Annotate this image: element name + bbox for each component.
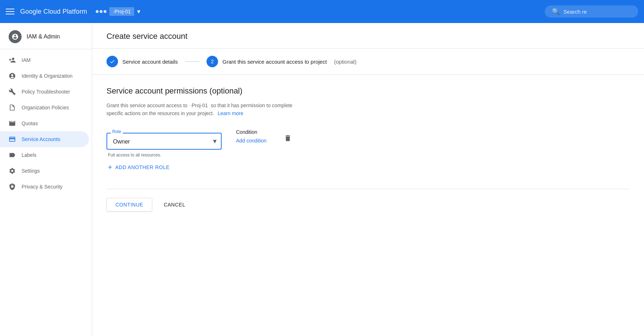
condition-title: Condition [236, 129, 267, 135]
add-another-role-label: ADD ANOTHER ROLE [115, 164, 169, 170]
project-selector[interactable]: ·Proj-01 ▾ [96, 7, 140, 16]
policy-troubleshooter-icon [9, 88, 16, 95]
continue-button[interactable]: CONTINUE [106, 198, 152, 212]
section-title: Service account permissions (optional) [106, 86, 630, 96]
layout: IAM & Admin IAM Identity & Organization … [0, 23, 644, 336]
step-divider [185, 61, 199, 62]
search-bar[interactable]: 🔍 Search re [545, 5, 638, 18]
hamburger-menu[interactable] [6, 9, 14, 14]
sidebar-item-quotas[interactable]: Quotas [0, 115, 89, 131]
delete-role-button[interactable] [281, 131, 295, 147]
sidebar-item-organization-policies[interactable]: Organization Policies [0, 100, 89, 115]
labels-icon [9, 151, 16, 159]
sidebar-item-identity-organization[interactable]: Identity & Organization [0, 68, 89, 84]
add-role-plus-icon: + [108, 163, 112, 172]
search-placeholder: Search re [563, 9, 587, 15]
role-select[interactable]: Owner Editor Viewer [107, 133, 221, 149]
desc-part2: so that it has permission to complete [211, 103, 292, 108]
sidebar: IAM & Admin IAM Identity & Organization … [0, 23, 92, 336]
sidebar-nav: IAM Identity & Organization Policy Troub… [0, 49, 92, 197]
role-row: Role Owner Editor Viewer ▾ Full access t… [106, 126, 630, 158]
sidebar-label-labels: Labels [22, 152, 36, 158]
step2-circle: 2 [207, 56, 218, 67]
stepper: Service account details 2 Grant this ser… [92, 49, 644, 75]
delete-icon [284, 134, 292, 142]
sidebar-label-quotas: Quotas [22, 121, 38, 126]
project-name: ·Proj-01 [109, 7, 134, 16]
privacy-security-icon [9, 183, 16, 190]
content-area: Service account permissions (optional) G… [92, 75, 644, 223]
sidebar-item-labels[interactable]: Labels [0, 147, 89, 163]
section-description: Grant this service account access to ·Pr… [106, 101, 351, 118]
sidebar-label-settings: Settings [22, 168, 40, 174]
sidebar-item-policy-troubleshooter[interactable]: Policy Troubleshooter [0, 84, 89, 100]
desc-part1: Grant this service account access to [106, 103, 187, 108]
search-icon: 🔍 [552, 8, 560, 15]
sidebar-label-iam: IAM [22, 57, 31, 63]
step2-number: 2 [211, 59, 214, 64]
sidebar-label-org-policies: Organization Policies [22, 105, 69, 110]
action-buttons: CONTINUE CANCEL [106, 189, 630, 212]
page-title-bar: Create service account [92, 23, 644, 49]
desc-part3: specific actions on the resources in you… [106, 110, 214, 116]
desc-project: ·Proj-01 [190, 103, 208, 108]
quotas-icon [9, 120, 16, 127]
project-chevron-icon: ▾ [137, 8, 140, 15]
add-condition-link[interactable]: Add condition [236, 138, 267, 144]
sidebar-label-policy-troubleshooter: Policy Troubleshooter [22, 89, 70, 95]
app-logo: Google Cloud Platform [20, 8, 87, 15]
sidebar-label-privacy-security: Privacy & Security [22, 184, 63, 190]
iam-icon [9, 56, 16, 64]
role-select-wrapper: Owner Editor Viewer ▾ [106, 133, 222, 150]
identity-org-icon [9, 72, 16, 80]
sidebar-item-privacy-security[interactable]: Privacy & Security [0, 179, 89, 195]
role-field-label: Role [111, 129, 123, 134]
sidebar-label-service-accounts: Service Accounts [22, 136, 60, 142]
settings-icon [9, 167, 16, 174]
role-description: Full access to all resources. [108, 153, 222, 158]
add-another-role-button[interactable]: + ADD ANOTHER ROLE [106, 160, 171, 174]
step-1: Service account details [106, 56, 178, 67]
main-content: Create service account Service account d… [92, 23, 644, 336]
step-2: 2 Grant this service account access to p… [207, 56, 357, 67]
project-dots-icon [96, 10, 106, 13]
sidebar-item-service-accounts[interactable]: Service Accounts [0, 131, 89, 147]
sidebar-header: IAM & Admin [0, 23, 92, 49]
page-title: Create service account [106, 32, 630, 41]
sidebar-label-identity: Identity & Organization [22, 73, 73, 79]
step2-optional: (optional) [334, 59, 357, 65]
step1-circle [106, 56, 118, 67]
role-field: Role Owner Editor Viewer ▾ Full access t… [106, 126, 222, 158]
service-accounts-icon [9, 136, 16, 143]
sidebar-title: IAM & Admin [27, 33, 60, 40]
sidebar-item-settings[interactable]: Settings [0, 163, 89, 179]
step2-label: Grant this service account access to pro… [222, 59, 327, 65]
cancel-button[interactable]: CANCEL [155, 198, 194, 211]
iam-admin-icon [9, 30, 22, 43]
learn-more-link[interactable]: Learn more [218, 110, 244, 116]
navbar: Google Cloud Platform ·Proj-01 ▾ 🔍 Searc… [0, 0, 644, 23]
condition-column: Condition Add condition [236, 129, 267, 144]
org-policies-icon [9, 104, 16, 111]
sidebar-item-iam[interactable]: IAM [0, 52, 89, 68]
step1-label: Service account details [122, 59, 178, 65]
